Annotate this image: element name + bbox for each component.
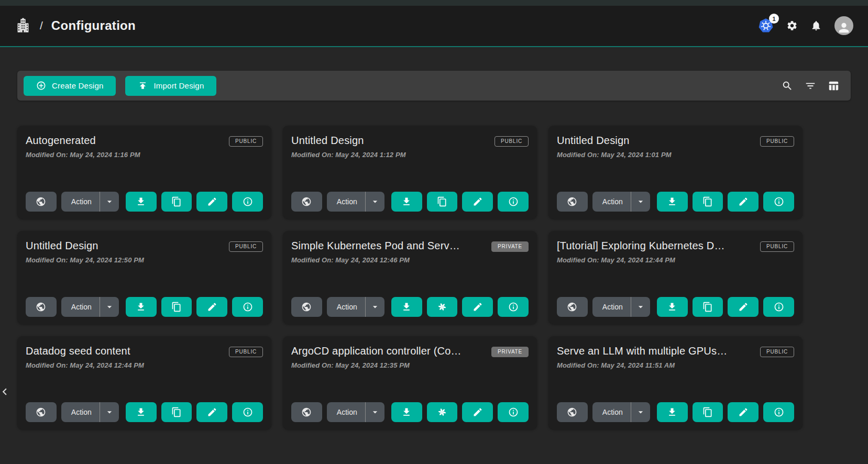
action-split-button[interactable]: Action: [592, 297, 650, 317]
edit-button[interactable]: [728, 297, 759, 317]
clone-button[interactable]: [161, 192, 192, 212]
action-button-label[interactable]: Action: [592, 303, 631, 311]
info-icon: [508, 196, 519, 207]
info-button[interactable]: [232, 297, 263, 317]
import-design-button[interactable]: Import Design: [125, 76, 216, 96]
settings-button[interactable]: [786, 20, 798, 31]
clone-button[interactable]: [693, 402, 723, 422]
action-split-button[interactable]: Action: [61, 402, 119, 422]
design-swirl-button[interactable]: [427, 402, 458, 422]
visibility-globe-button[interactable]: [557, 402, 588, 422]
search-button[interactable]: [782, 80, 793, 92]
design-card: Autogenerated PUBLIC Modified On: May 24…: [17, 126, 271, 219]
design-title: Serve an LLM with multiple GPUs…: [557, 345, 727, 357]
caret-down-icon: [104, 196, 115, 207]
action-button-label[interactable]: Action: [592, 197, 631, 206]
edit-button[interactable]: [196, 297, 227, 317]
design-card: Datadog seed content PUBLIC Modified On:…: [17, 336, 271, 429]
pencil-edit-icon: [738, 302, 749, 312]
action-dropdown-toggle[interactable]: [366, 196, 384, 207]
action-split-button[interactable]: Action: [327, 297, 384, 317]
edit-button[interactable]: [462, 192, 493, 212]
clone-button[interactable]: [693, 192, 723, 212]
visibility-globe-button[interactable]: [557, 192, 588, 212]
download-button[interactable]: [657, 297, 688, 317]
download-button[interactable]: [126, 297, 157, 317]
visibility-globe-button[interactable]: [26, 297, 57, 317]
clone-button[interactable]: [161, 297, 192, 317]
pencil-edit-icon: [207, 196, 217, 207]
design-swirl-button[interactable]: [427, 297, 458, 317]
edit-button[interactable]: [728, 402, 759, 422]
visibility-globe-button[interactable]: [557, 297, 588, 317]
clone-button[interactable]: [693, 297, 723, 317]
info-button[interactable]: [232, 192, 263, 212]
visibility-badge: PRIVATE: [491, 241, 529, 252]
org-building-logo[interactable]: [16, 18, 30, 34]
action-split-button[interactable]: Action: [327, 402, 384, 422]
action-split-button[interactable]: Action: [592, 192, 650, 212]
action-split-button[interactable]: Action: [61, 297, 119, 317]
info-icon: [508, 407, 519, 417]
action-button-label[interactable]: Action: [592, 408, 631, 416]
action-dropdown-toggle[interactable]: [366, 407, 384, 417]
edit-button[interactable]: [728, 192, 759, 212]
table-view-button[interactable]: [828, 80, 839, 92]
download-button[interactable]: [657, 402, 688, 422]
create-design-button[interactable]: Create Design: [24, 76, 116, 96]
edit-button[interactable]: [462, 402, 493, 422]
action-button-label[interactable]: Action: [61, 197, 100, 206]
notifications-button[interactable]: [810, 20, 822, 31]
action-split-button[interactable]: Action: [592, 402, 650, 422]
action-button-label[interactable]: Action: [61, 408, 100, 416]
user-avatar[interactable]: [834, 16, 853, 35]
action-dropdown-toggle[interactable]: [100, 196, 119, 207]
info-button[interactable]: [763, 192, 794, 212]
visibility-badge: PUBLIC: [229, 136, 263, 147]
edit-button[interactable]: [462, 297, 493, 317]
copy-icon: [437, 196, 447, 207]
action-dropdown-toggle[interactable]: [631, 407, 650, 417]
caret-down-icon: [370, 407, 380, 417]
download-button[interactable]: [126, 192, 157, 212]
info-button[interactable]: [498, 402, 529, 422]
download-button[interactable]: [391, 297, 422, 317]
visibility-globe-button[interactable]: [26, 192, 57, 212]
info-button[interactable]: [498, 297, 529, 317]
action-split-button[interactable]: Action: [61, 192, 119, 212]
action-dropdown-toggle[interactable]: [366, 302, 384, 312]
download-button[interactable]: [657, 192, 688, 212]
sidebar-collapse-toggle[interactable]: [0, 383, 12, 400]
clone-button[interactable]: [161, 402, 192, 422]
clone-button[interactable]: [427, 192, 458, 212]
design-card: Serve an LLM with multiple GPUs… PUBLIC …: [548, 336, 803, 429]
breadcrumb-separator: /: [40, 19, 43, 32]
info-button[interactable]: [232, 402, 263, 422]
visibility-globe-button[interactable]: [291, 402, 322, 422]
action-dropdown-toggle[interactable]: [100, 302, 119, 312]
copy-icon: [702, 407, 713, 417]
action-dropdown-toggle[interactable]: [631, 196, 650, 207]
action-dropdown-toggle[interactable]: [100, 407, 119, 417]
download-button[interactable]: [391, 192, 422, 212]
info-button[interactable]: [498, 192, 529, 212]
download-button[interactable]: [126, 402, 157, 422]
visibility-globe-button[interactable]: [291, 192, 322, 212]
download-button[interactable]: [391, 402, 422, 422]
action-button-label[interactable]: Action: [327, 408, 365, 416]
filter-button[interactable]: [805, 80, 816, 92]
swirl-pinwheel-icon: [437, 407, 447, 417]
action-button-label[interactable]: Action: [61, 303, 100, 311]
kubernetes-context-button[interactable]: 1: [758, 18, 774, 34]
edit-button[interactable]: [196, 192, 227, 212]
visibility-badge: PUBLIC: [229, 241, 263, 252]
action-dropdown-toggle[interactable]: [631, 302, 650, 312]
visibility-globe-button[interactable]: [26, 402, 57, 422]
action-split-button[interactable]: Action: [327, 192, 384, 212]
info-button[interactable]: [763, 297, 794, 317]
info-button[interactable]: [763, 402, 794, 422]
action-button-label[interactable]: Action: [327, 303, 365, 311]
edit-button[interactable]: [196, 402, 227, 422]
action-button-label[interactable]: Action: [327, 197, 365, 206]
visibility-globe-button[interactable]: [291, 297, 322, 317]
